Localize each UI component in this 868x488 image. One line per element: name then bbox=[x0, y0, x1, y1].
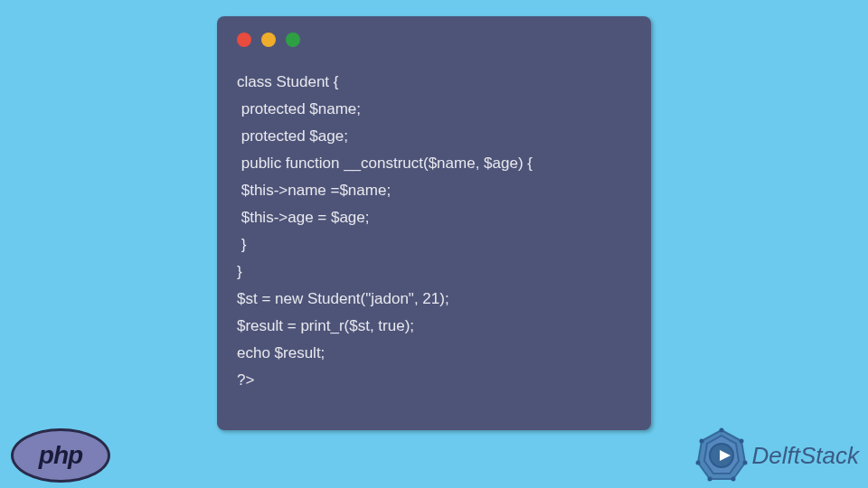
php-logo-text: php bbox=[39, 441, 82, 470]
delftstack-logo: DelftStack bbox=[693, 427, 860, 484]
maximize-icon bbox=[286, 33, 300, 47]
delftstack-icon bbox=[693, 427, 750, 484]
svg-point-7 bbox=[707, 477, 712, 482]
svg-point-3 bbox=[719, 428, 723, 433]
svg-point-4 bbox=[739, 439, 743, 444]
code-window: class Student { protected $name; protect… bbox=[217, 16, 651, 430]
code-content: class Student { protected $name; protect… bbox=[217, 47, 651, 394]
minimize-icon bbox=[261, 33, 276, 47]
window-controls bbox=[217, 16, 651, 47]
php-logo: php bbox=[11, 428, 110, 483]
svg-point-6 bbox=[731, 477, 735, 482]
php-logo-shape: php bbox=[11, 428, 110, 483]
svg-point-5 bbox=[742, 461, 747, 465]
svg-point-9 bbox=[699, 439, 703, 444]
svg-point-8 bbox=[695, 461, 700, 465]
delftstack-logo-text: DelftStack bbox=[752, 442, 860, 470]
close-icon bbox=[237, 33, 251, 47]
